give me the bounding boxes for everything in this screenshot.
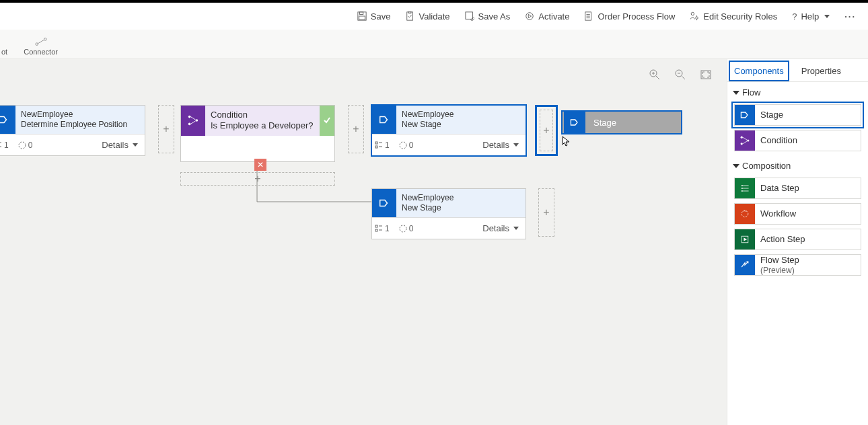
condition-node[interactable]: Condition Is Employee a Developer? ✕ (180, 105, 335, 162)
details-toggle[interactable]: Details (102, 140, 138, 150)
dropzone-active[interactable]: + (535, 105, 558, 156)
save-as-icon (465, 11, 474, 21)
svg-rect-43 (375, 225, 377, 227)
svg-rect-2 (359, 16, 365, 20)
details-toggle[interactable]: Details (482, 140, 519, 150)
svg-line-52 (743, 141, 747, 144)
activate-button[interactable]: Activate (518, 7, 576, 26)
designer-canvas[interactable]: NewEmployee Determine Employee Position … (0, 59, 868, 425)
condition-icon (181, 106, 205, 136)
dropzone-insert[interactable] (158, 105, 174, 153)
svg-line-51 (743, 137, 747, 140)
svg-point-34 (188, 123, 191, 126)
svg-point-33 (188, 116, 191, 118)
svg-line-17 (38, 40, 44, 43)
steps-count: 1 (385, 141, 390, 150)
security-label: Edit Security Roles (703, 11, 777, 22)
svg-point-42 (400, 142, 406, 149)
activate-icon (525, 11, 534, 21)
section-composition[interactable]: Composition (727, 155, 868, 173)
zoom-out-button[interactable] (674, 69, 686, 81)
steps-icon (375, 141, 383, 149)
tab-properties[interactable]: Properties (796, 61, 846, 81)
snapshot-button-partial[interactable]: ot (1, 48, 7, 59)
svg-point-49 (741, 143, 743, 145)
section-flow-label: Flow (742, 87, 760, 98)
security-icon (690, 11, 699, 21)
svg-point-16 (44, 38, 46, 41)
triggers-count: 0 (409, 224, 414, 233)
connector-icon (35, 37, 47, 46)
validate-icon (406, 11, 415, 21)
more-commands-button[interactable]: ··· (838, 7, 863, 26)
svg-line-37 (190, 121, 195, 124)
section-composition-label: Composition (742, 161, 791, 171)
svg-point-57 (742, 188, 743, 189)
connector-button[interactable]: Connector (24, 37, 58, 59)
stage-icon (372, 189, 396, 217)
component-data-step[interactable]: Data Step (734, 178, 861, 199)
help-button[interactable]: ? Help (785, 7, 836, 26)
component-condition-label: Condition (755, 135, 803, 146)
save-as-button[interactable]: Save As (458, 7, 517, 26)
component-condition[interactable]: Condition (734, 130, 861, 151)
right-panel: Components Properties Flow Stage Conditi… (727, 59, 868, 425)
details-label: Details (102, 140, 129, 150)
svg-point-47 (400, 225, 406, 232)
stage-entity: NewEmployee (402, 193, 454, 203)
svg-line-19 (656, 76, 659, 79)
triggers-count: 0 (28, 141, 33, 150)
workflow-icon (735, 204, 755, 224)
svg-point-6 (526, 13, 534, 20)
stage-node-new-stage-bottom[interactable]: NewEmployee New Stage 1 0 Details (371, 188, 526, 239)
component-action-step[interactable]: Action Step (734, 229, 861, 250)
data-step-icon (735, 178, 755, 198)
zoom-in-button[interactable] (649, 69, 661, 81)
component-flow-step[interactable]: Flow Step (Preview) (734, 254, 861, 276)
chevron-down-icon (513, 143, 519, 147)
svg-rect-38 (375, 142, 377, 144)
edit-security-roles-button[interactable]: Edit Security Roles (683, 7, 784, 26)
snapshot-label: ot (1, 48, 7, 56)
section-flow[interactable]: Flow (727, 82, 868, 100)
save-button[interactable]: Save (351, 7, 398, 26)
details-label: Details (482, 140, 509, 150)
details-label: Details (482, 223, 509, 233)
component-flow-step-label: Flow Step (Preview) (755, 255, 805, 275)
steps-count: 1 (4, 141, 9, 150)
dropzone-insert[interactable] (538, 188, 554, 237)
stage-node-employee-position[interactable]: NewEmployee Determine Employee Position … (0, 105, 145, 156)
triggers-icon (399, 141, 407, 149)
component-workflow[interactable]: Workflow (734, 203, 861, 225)
component-workflow-label: Workflow (755, 208, 801, 219)
details-toggle[interactable]: Details (482, 223, 519, 233)
stage-node-new-stage-top[interactable]: NewEmployee New Stage 1 0 Details (371, 105, 526, 156)
action-step-icon (735, 229, 755, 249)
save-label: Save (371, 11, 391, 22)
svg-point-11 (692, 12, 694, 15)
svg-point-48 (741, 137, 743, 139)
save-icon (357, 11, 367, 21)
fit-to-screen-button[interactable] (700, 69, 712, 81)
stage-entity: NewEmployee (21, 110, 127, 120)
stage-icon (0, 106, 15, 134)
dropzone-condition-false[interactable] (180, 172, 335, 186)
stage-title: Determine Employee Position (21, 120, 127, 130)
condition-title: Is Employee a Developer? (211, 120, 314, 131)
order-process-flow-button[interactable]: Order Process Flow (577, 7, 682, 26)
dropzone-insert[interactable] (348, 105, 364, 153)
tab-components-label: Components (734, 66, 784, 76)
svg-point-50 (747, 139, 749, 141)
validate-button[interactable]: Validate (399, 7, 457, 26)
svg-point-59 (742, 210, 748, 217)
svg-line-23 (682, 76, 685, 79)
steps-icon (0, 141, 2, 149)
tab-components[interactable]: Components (729, 61, 789, 81)
svg-point-56 (742, 185, 743, 186)
steps-count: 1 (385, 224, 390, 233)
tab-properties-label: Properties (801, 66, 841, 76)
component-stage-label: Stage (755, 110, 789, 120)
svg-point-35 (196, 119, 198, 122)
save-as-label: Save As (478, 11, 511, 22)
component-stage[interactable]: Stage (734, 104, 861, 126)
